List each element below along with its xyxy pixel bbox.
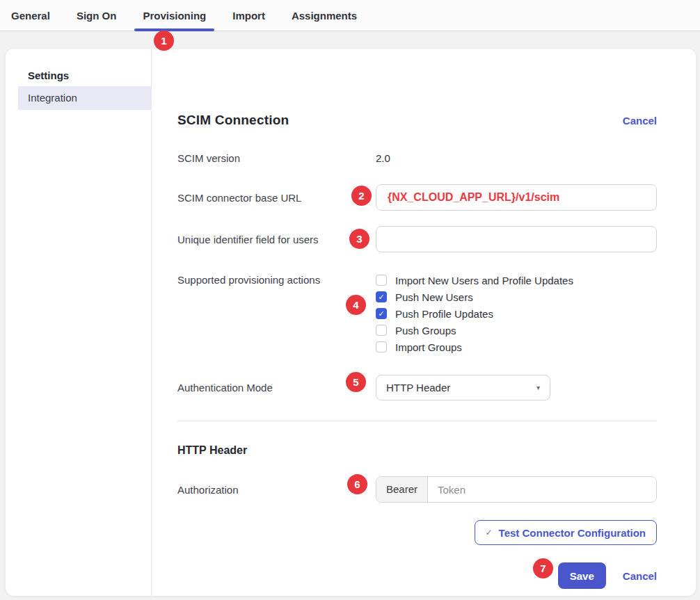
- checkbox-push-groups[interactable]: Push Groups: [376, 322, 657, 339]
- sidebar-heading: Settings: [6, 70, 151, 82]
- bearer-prefix: Bearer: [376, 477, 428, 502]
- base-url-label: SCIM connector base URL: [177, 192, 376, 204]
- tab-provisioning[interactable]: Provisioning: [134, 0, 214, 31]
- checkbox-label: Push New Users: [395, 291, 473, 303]
- page-title: SCIM Connection: [177, 113, 289, 128]
- tab-import[interactable]: Import: [224, 0, 273, 31]
- scim-connection-form: SCIM Connection Cancel SCIM version 2.0 …: [152, 49, 696, 596]
- tab-sign-on[interactable]: Sign On: [68, 0, 125, 31]
- check-icon: ✓: [486, 528, 493, 537]
- authorization-label: Authorization: [177, 484, 376, 496]
- annotation-badge-4: 4: [346, 295, 366, 315]
- checkbox-checked-icon[interactable]: [376, 291, 387, 302]
- checkbox-label: Import Groups: [395, 341, 462, 353]
- auth-mode-select[interactable]: HTTP Header ▾: [376, 375, 550, 400]
- provisioning-actions-label: Supported provisioning actions: [177, 272, 376, 286]
- unique-id-input[interactable]: [376, 226, 657, 252]
- checkbox-import-new-users[interactable]: Import New Users and Profile Updates: [376, 272, 657, 289]
- http-header-section-heading: HTTP Header: [177, 444, 657, 458]
- provisioning-panel: Settings Integration SCIM Connection Can…: [6, 49, 696, 596]
- settings-sidebar: Settings Integration: [6, 49, 152, 596]
- annotation-badge-3: 3: [349, 229, 369, 249]
- checkbox-push-profile-updates[interactable]: Push Profile Updates: [376, 305, 657, 322]
- save-button[interactable]: Save: [558, 562, 606, 589]
- authorization-input-group: Bearer: [376, 476, 657, 503]
- checkbox-label: Import New Users and Profile Updates: [395, 275, 573, 286]
- test-connector-configuration-button[interactable]: ✓ Test Connector Configuration: [475, 520, 657, 545]
- scim-version-label: SCIM version: [177, 152, 376, 164]
- annotation-badge-2: 2: [351, 186, 372, 206]
- annotation-badge-7: 7: [533, 558, 553, 578]
- unique-id-label: Unique identifier field for users: [177, 234, 376, 245]
- checkbox-unchecked-icon[interactable]: [376, 341, 387, 352]
- checkbox-label: Push Profile Updates: [395, 308, 493, 320]
- tab-assignments[interactable]: Assignments: [283, 0, 365, 31]
- checkbox-push-new-users[interactable]: Push New Users: [376, 289, 657, 305]
- cancel-link-top[interactable]: Cancel: [623, 115, 657, 127]
- token-input[interactable]: [428, 477, 656, 502]
- checkbox-unchecked-icon[interactable]: [376, 325, 387, 336]
- annotation-badge-5: 5: [346, 372, 366, 392]
- annotation-badge-1: 1: [154, 31, 174, 51]
- base-url-input[interactable]: [376, 184, 657, 211]
- test-button-label: Test Connector Configuration: [499, 527, 646, 539]
- section-divider: [177, 421, 657, 421]
- tab-general[interactable]: General: [3, 0, 58, 31]
- checkbox-checked-icon[interactable]: [376, 308, 387, 319]
- annotation-badge-6: 6: [347, 474, 367, 494]
- checkbox-label: Push Groups: [395, 325, 456, 337]
- checkbox-import-groups[interactable]: Import Groups: [376, 339, 657, 355]
- scim-version-value: 2.0: [376, 152, 657, 164]
- app-tab-bar: General Sign On Provisioning Import Assi…: [0, 0, 700, 31]
- auth-mode-selected-value: HTTP Header: [386, 382, 450, 394]
- cancel-link-bottom[interactable]: Cancel: [623, 570, 657, 582]
- sidebar-item-integration[interactable]: Integration: [18, 86, 152, 110]
- checkbox-unchecked-icon[interactable]: [376, 275, 387, 286]
- chevron-down-icon: ▾: [536, 384, 540, 391]
